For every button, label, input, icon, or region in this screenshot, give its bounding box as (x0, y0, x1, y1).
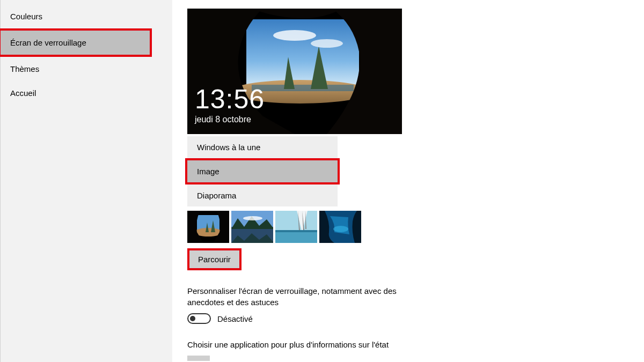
lockscreen-time: 13:56 (195, 86, 265, 113)
sidebar-item-label: Accueil (10, 88, 36, 98)
tips-toggle[interactable] (187, 313, 211, 324)
bg-option-label: Windows à la une (197, 143, 260, 152)
sidebar-item-home[interactable]: Accueil (1, 81, 172, 105)
toggle-knob (190, 316, 195, 321)
browse-button-label: Parcourir (198, 255, 231, 264)
thumbnail-1[interactable] (187, 211, 229, 243)
sidebar-item-label: Thèmes (10, 64, 39, 73)
sidebar-item-label: Couleurs (10, 12, 42, 21)
settings-sidebar: Couleurs Écran de verrouillage Thèmes Ac… (1, 0, 172, 362)
bg-option-label: Diaporama (197, 191, 236, 200)
highlight-box: Parcourir (187, 248, 241, 270)
svg-point-16 (333, 226, 348, 232)
bg-option-slideshow[interactable]: Diaporama (187, 184, 338, 206)
highlight-box: Image (185, 158, 340, 184)
sidebar-item-colors[interactable]: Couleurs (1, 4, 172, 28)
sidebar-item-label: Écran de verrouillage (10, 38, 86, 47)
image-thumbnails (187, 211, 629, 243)
background-dropdown-list: Windows à la une Image Diaporama (187, 136, 338, 206)
svg-point-11 (243, 216, 262, 220)
svg-rect-3 (252, 85, 354, 91)
lockscreen-date: jeudi 8 octobre (195, 115, 265, 124)
svg-rect-1 (246, 19, 359, 89)
bg-option-label: Image (197, 167, 219, 176)
svg-rect-14 (275, 230, 317, 232)
highlight-box: Écran de verrouillage (0, 28, 152, 57)
toggle-state-label: Désactivé (217, 314, 253, 323)
thumbnail-4[interactable] (319, 211, 361, 243)
svg-rect-13 (275, 231, 317, 243)
sidebar-item-themes[interactable]: Thèmes (1, 57, 172, 81)
tips-label: Personnaliser l'écran de verrouillage, n… (187, 285, 423, 308)
svg-point-5 (311, 39, 343, 48)
bg-option-spotlight[interactable]: Windows à la une (187, 136, 338, 158)
status-app-label: Choisir une application pour plus d'info… (187, 339, 423, 350)
browse-button[interactable]: Parcourir (189, 250, 239, 268)
main-content: 13:56 jeudi 8 octobre Windows à la une I… (172, 0, 644, 362)
thumbnail-2[interactable] (231, 211, 273, 243)
sidebar-item-lockscreen[interactable]: Écran de verrouillage (1, 31, 150, 55)
status-app-button[interactable] (187, 356, 210, 361)
thumbnail-3[interactable] (275, 211, 317, 243)
lockscreen-preview: 13:56 jeudi 8 octobre (187, 9, 402, 134)
svg-point-4 (273, 30, 316, 41)
bg-option-image[interactable]: Image (187, 160, 338, 182)
